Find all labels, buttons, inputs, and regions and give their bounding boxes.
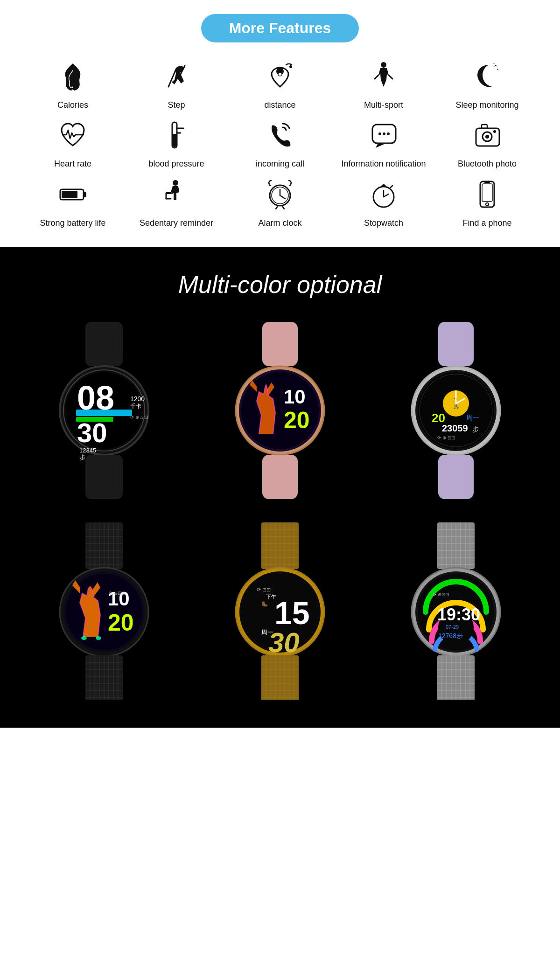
svg-text:08: 08 xyxy=(77,379,114,417)
step-label: Step xyxy=(168,100,185,111)
svg-point-38 xyxy=(486,203,489,206)
calories-icon xyxy=(59,61,87,95)
svg-text:步: 步 xyxy=(472,425,479,433)
svg-text:⟳ ⊡⊡: ⟳ ⊡⊡ xyxy=(257,587,271,592)
svg-text:⟳ ⊕ ⌂ ⊡: ⟳ ⊕ ⌂ ⊡ xyxy=(130,415,148,420)
bluetooth-photo-label: Bluetooth photo xyxy=(458,159,517,169)
distance-label: distance xyxy=(264,100,295,111)
svg-text:千卡: 千卡 xyxy=(130,403,141,410)
svg-point-11 xyxy=(383,132,385,135)
incoming-call-label: incoming call xyxy=(256,159,304,169)
watch-black-mesh: 10 20 ⟳ ⊕⊡⊡ xyxy=(23,522,185,700)
sedentary-reminder-label: Sedentary reminder xyxy=(140,218,213,229)
multi-sport-label: Multi-sport xyxy=(364,100,403,111)
svg-text:20: 20 xyxy=(108,610,134,636)
svg-text:07-29: 07-29 xyxy=(446,624,459,630)
watch-purple-rubber: 🚶 20 周一 23059 步 ⟳ ⊕ ⊡⊡ xyxy=(375,322,537,499)
svg-point-17 xyxy=(493,130,496,133)
watch-pink-rubber: 10 20 xyxy=(199,322,361,499)
watch-4-svg: 10 20 ⟳ ⊕⊡⊡ xyxy=(39,522,169,700)
heart-rate-icon xyxy=(58,120,88,154)
svg-text:步: 步 xyxy=(79,454,85,461)
calories-label: Calories xyxy=(57,100,88,111)
svg-text:1200: 1200 xyxy=(130,395,145,403)
svg-rect-37 xyxy=(482,184,492,202)
sleep-monitoring-label: Sleep monitoring xyxy=(455,100,518,111)
sedentary-reminder-icon xyxy=(162,179,190,213)
svg-text:15: 15 xyxy=(274,595,310,631)
stopwatch-icon xyxy=(369,179,398,213)
blood-pressure-icon xyxy=(164,120,189,154)
more-features-badge: More Features xyxy=(201,14,359,42)
alarm-clock-icon xyxy=(266,179,294,213)
feature-stopwatch: Stopwatch xyxy=(334,179,433,229)
svg-rect-34 xyxy=(383,184,385,187)
feature-strong-battery: Strong battery life xyxy=(23,179,122,229)
svg-text:周一: 周一 xyxy=(466,414,479,421)
watch-3-svg: 🚶 20 周一 23059 步 ⟳ ⊕ ⊡⊡ xyxy=(391,322,521,499)
svg-rect-63 xyxy=(262,455,298,499)
sleep-monitoring-icon xyxy=(472,61,503,95)
feature-alarm-clock: Alarm clock xyxy=(231,179,329,229)
svg-point-21 xyxy=(173,180,178,186)
svg-point-15 xyxy=(485,135,489,139)
svg-rect-20 xyxy=(62,191,77,198)
watches-grid: 08 30 1200 千卡 ⟳ ⊕ ⌂ ⊡ 12345 步 xyxy=(23,322,537,700)
svg-rect-55 xyxy=(262,322,298,366)
multicolor-section: Multi-color optional 08 30 1 xyxy=(0,247,560,728)
feature-heart-rate: Heart rate xyxy=(23,120,122,169)
distance-icon xyxy=(265,61,295,95)
strong-battery-icon xyxy=(58,179,88,213)
svg-text:23059: 23059 xyxy=(442,423,468,433)
svg-line-29 xyxy=(276,206,278,209)
feature-calories: Calories xyxy=(23,61,122,111)
information-notification-label: Information notification xyxy=(341,159,426,169)
feature-blood-pressure: blood pressure xyxy=(127,120,226,169)
svg-point-3 xyxy=(289,65,292,68)
svg-point-98 xyxy=(96,636,101,640)
svg-point-12 xyxy=(387,132,390,135)
watch-black-rubber: 08 30 1200 千卡 ⟳ ⊕ ⌂ ⊡ 12345 步 xyxy=(23,322,185,499)
strong-battery-label: Strong battery life xyxy=(40,218,105,229)
svg-rect-54 xyxy=(85,455,123,499)
feature-step: Step xyxy=(127,61,226,111)
svg-point-97 xyxy=(81,636,87,640)
feature-distance: distance xyxy=(231,61,329,111)
svg-point-10 xyxy=(378,132,381,135)
svg-text:12768步: 12768步 xyxy=(438,632,463,639)
svg-text:12345: 12345 xyxy=(79,447,96,454)
svg-text:⟳ ⊕⊡⊡: ⟳ ⊕⊡⊡ xyxy=(433,592,449,597)
blood-pressure-label: blood pressure xyxy=(148,159,204,169)
svg-text:⟳ ⊕⊡⊡: ⟳ ⊕⊡⊡ xyxy=(109,591,125,596)
watch-1-svg: 08 30 1200 千卡 ⟳ ⊕ ⌂ ⊡ 12345 步 xyxy=(39,322,169,499)
svg-rect-64 xyxy=(438,322,474,366)
feature-sleep-monitoring: Sleep monitoring xyxy=(438,61,537,111)
svg-text:🥾: 🥾 xyxy=(261,600,268,607)
features-section: More Features Calories Step xyxy=(0,0,560,247)
incoming-call-icon xyxy=(265,120,295,154)
watch-silver-mesh: ⟳ ⊕⊡⊡ 19:30 07-29 12768步 xyxy=(375,522,537,700)
feature-information-notification: Information notification xyxy=(334,120,433,169)
watch-2-svg: 10 20 xyxy=(215,322,345,499)
features-grid: Calories Step xyxy=(23,61,537,229)
step-icon xyxy=(161,61,192,95)
svg-text:10: 10 xyxy=(284,386,306,408)
svg-rect-40 xyxy=(85,322,123,366)
svg-point-2 xyxy=(278,72,282,76)
svg-rect-19 xyxy=(84,192,86,197)
multicolor-title: Multi-color optional xyxy=(9,271,551,299)
feature-bluetooth-photo: Bluetooth photo xyxy=(438,120,537,169)
information-notification-icon xyxy=(369,120,399,154)
find-phone-icon xyxy=(475,179,500,213)
feature-sedentary-reminder: Sedentary reminder xyxy=(127,179,226,229)
svg-point-4 xyxy=(381,62,386,68)
svg-text:30: 30 xyxy=(77,417,107,448)
svg-line-30 xyxy=(282,206,284,209)
svg-text:20: 20 xyxy=(284,407,310,433)
svg-text:⟳ ⊕  ⊡⊡: ⟳ ⊕ ⊡⊡ xyxy=(437,435,455,440)
svg-line-35 xyxy=(384,194,389,197)
bluetooth-photo-icon xyxy=(472,120,503,154)
watch-gold-mesh: ⟳ ⊡⊡ 下午 🥾 15 周一 30 12/15 xyxy=(199,522,361,700)
feature-incoming-call: incoming call xyxy=(231,120,329,169)
svg-rect-16 xyxy=(482,125,487,128)
